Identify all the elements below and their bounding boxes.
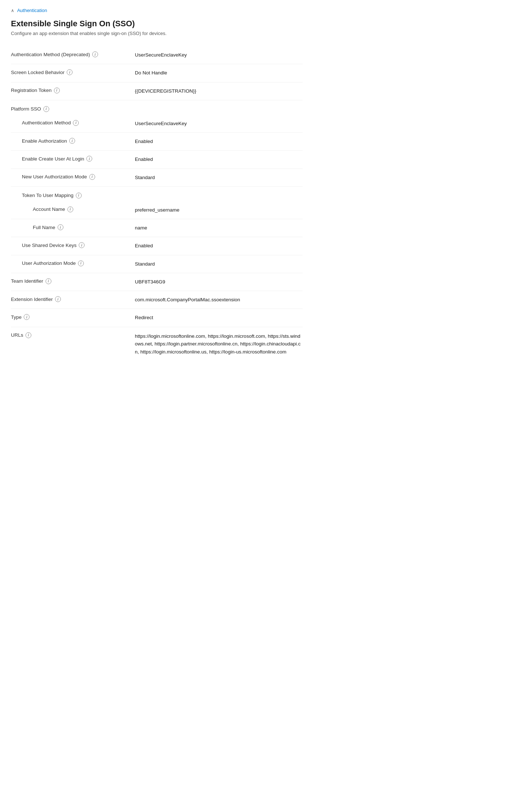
field-label-account-name: Account Name: [33, 206, 65, 212]
field-label-use-shared-device-keys: Use Shared Device Keys: [22, 243, 77, 248]
info-icon-enable-authorization[interactable]: i: [69, 138, 75, 144]
page-subtitle: Configure an app extension that enables …: [11, 31, 303, 36]
field-row-new-user-auth-mode: New User Authorization ModeiStandard: [11, 169, 303, 187]
field-label-type: Type: [11, 314, 22, 320]
section-token-user-mapping: Token To User Mappingi: [11, 187, 303, 201]
field-value-auth-method: UserSecureEnclaveKey: [135, 120, 303, 127]
field-value-urls: https://login.microsoftonline.com, https…: [135, 332, 303, 356]
field-label-extension-identifier: Extension Identifier: [11, 297, 53, 302]
field-row-screen-locked-behavior: Screen Locked BehavioriDo Not Handle: [11, 64, 303, 82]
field-label-new-user-auth-mode: New User Authorization Mode: [22, 174, 87, 179]
section-label-token-user-mapping: Token To User Mapping: [22, 193, 74, 198]
field-row-team-identifier: Team IdentifieriUBF8T346G9: [11, 273, 303, 291]
field-value-registration-token: {{DEVICEREGISTRATION}}: [135, 88, 303, 95]
field-row-auth-method-deprecated: Authentication Method (Deprecated)iUserS…: [11, 46, 303, 64]
info-icon-token-user-mapping[interactable]: i: [76, 193, 82, 198]
info-icon-account-name[interactable]: i: [67, 206, 73, 212]
info-icon-use-shared-device-keys[interactable]: i: [79, 242, 85, 248]
field-row-type: TypeiRedirect: [11, 309, 303, 327]
field-label-user-auth-mode: User Authorization Mode: [22, 260, 76, 266]
field-label-enable-authorization: Enable Authorization: [22, 138, 67, 144]
field-row-account-name: Account Nameipreferred_username: [11, 201, 303, 219]
fields-container: Authentication Method (Deprecated)iUserS…: [11, 46, 303, 361]
info-icon-type[interactable]: i: [24, 314, 30, 320]
info-icon-team-identifier[interactable]: i: [46, 278, 51, 284]
info-icon-extension-identifier[interactable]: i: [55, 296, 61, 302]
section-label-platform-sso: Platform SSO: [11, 106, 41, 112]
field-label-registration-token: Registration Token: [11, 88, 52, 93]
info-icon-auth-method-deprecated[interactable]: i: [92, 51, 98, 57]
field-value-full-name: name: [135, 224, 303, 232]
info-icon-auth-method[interactable]: i: [73, 120, 79, 126]
field-value-team-identifier: UBF8T346G9: [135, 278, 303, 286]
field-label-screen-locked-behavior: Screen Locked Behavior: [11, 70, 65, 75]
field-label-auth-method: Authentication Method: [22, 120, 71, 125]
field-label-urls: URLs: [11, 332, 23, 338]
field-value-account-name: preferred_username: [135, 206, 303, 214]
field-row-urls: URLsihttps://login.microsoftonline.com, …: [11, 327, 303, 361]
info-icon-platform-sso[interactable]: i: [43, 106, 49, 112]
info-icon-user-auth-mode[interactable]: i: [78, 260, 84, 266]
field-value-enable-authorization: Enabled: [135, 138, 303, 145]
field-value-user-auth-mode: Standard: [135, 260, 303, 268]
breadcrumb-chevron: ∧: [11, 8, 14, 13]
field-value-enable-create-user: Enabled: [135, 156, 303, 163]
breadcrumb: ∧ Authentication: [11, 7, 303, 13]
field-row-user-auth-mode: User Authorization ModeiStandard: [11, 255, 303, 273]
field-value-auth-method-deprecated: UserSecureEnclaveKey: [135, 51, 303, 59]
info-icon-enable-create-user[interactable]: i: [86, 156, 92, 162]
info-icon-registration-token[interactable]: i: [54, 88, 60, 93]
field-row-auth-method: Authentication MethodiUserSecureEnclaveK…: [11, 115, 303, 133]
info-icon-screen-locked-behavior[interactable]: i: [67, 69, 73, 75]
field-row-enable-create-user: Enable Create User At LoginiEnabled: [11, 151, 303, 169]
breadcrumb-link[interactable]: Authentication: [17, 8, 47, 13]
field-value-screen-locked-behavior: Do Not Handle: [135, 69, 303, 77]
field-row-registration-token: Registration Tokeni{{DEVICEREGISTRATION}…: [11, 82, 303, 100]
page-title: Extensible Single Sign On (SSO): [11, 19, 303, 28]
field-row-extension-identifier: Extension Identifiericom.microsoft.Compa…: [11, 291, 303, 309]
field-value-use-shared-device-keys: Enabled: [135, 242, 303, 250]
section-platform-sso: Platform SSOi: [11, 100, 303, 115]
field-label-enable-create-user: Enable Create User At Login: [22, 156, 84, 162]
field-value-extension-identifier: com.microsoft.CompanyPortalMac.ssoextens…: [135, 296, 303, 303]
field-value-type: Redirect: [135, 314, 303, 321]
field-row-full-name: Full Nameiname: [11, 219, 303, 237]
info-icon-full-name[interactable]: i: [58, 224, 63, 230]
info-icon-urls[interactable]: i: [26, 332, 31, 338]
field-label-full-name: Full Name: [33, 225, 55, 230]
info-icon-new-user-auth-mode[interactable]: i: [89, 174, 95, 180]
field-row-use-shared-device-keys: Use Shared Device KeysiEnabled: [11, 237, 303, 255]
field-row-enable-authorization: Enable AuthorizationiEnabled: [11, 133, 303, 151]
field-label-auth-method-deprecated: Authentication Method (Deprecated): [11, 52, 90, 57]
field-value-new-user-auth-mode: Standard: [135, 174, 303, 181]
field-label-team-identifier: Team Identifier: [11, 278, 43, 284]
